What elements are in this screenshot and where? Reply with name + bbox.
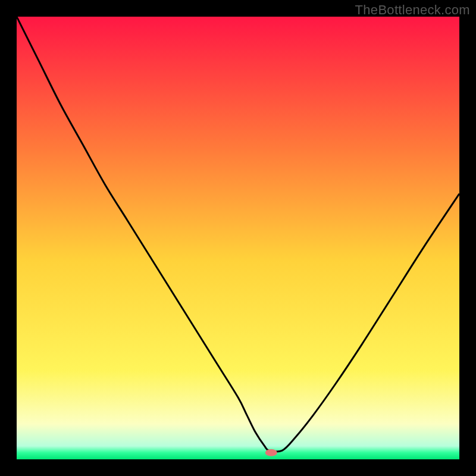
chart-frame (17, 17, 459, 459)
watermark-text: TheBottleneck.com (355, 2, 470, 18)
chart-background (17, 17, 459, 459)
optimal-point-marker (265, 449, 277, 456)
bottleneck-chart (17, 17, 459, 459)
